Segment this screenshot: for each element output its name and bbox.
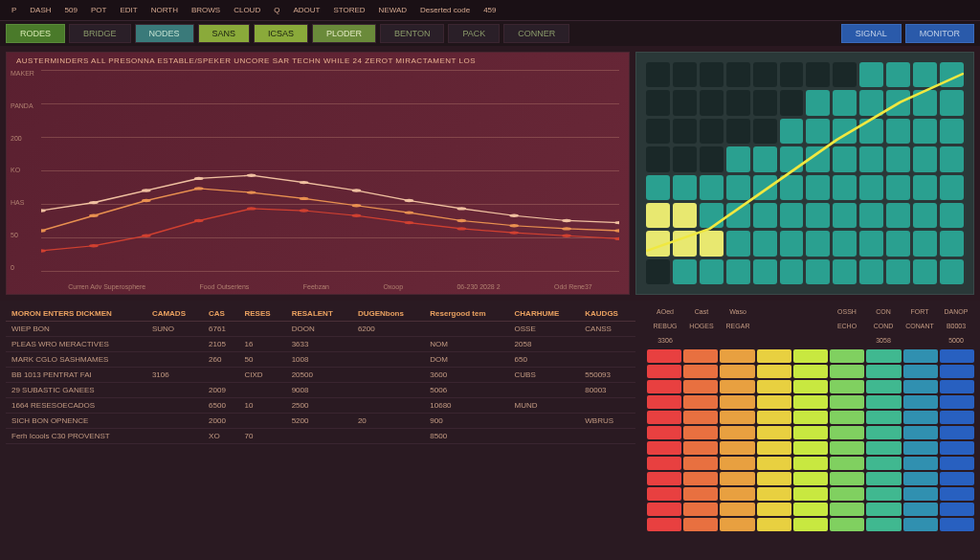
table-cell: CANSS [579,322,635,337]
top-item[interactable]: 509 [61,4,81,16]
matrix-cell [793,518,828,531]
tab-icsas[interactable]: ICSAS [254,24,308,43]
table-header[interactable]: CAMADS [146,306,203,322]
heatmap-cell [806,231,830,256]
table-header[interactable]: CHARHUME [509,306,580,322]
table-cell: 3600 [424,368,508,383]
heatmap-cell [780,119,804,144]
top-item[interactable]: DASH [26,4,55,16]
bottom-section: MORON ENTERS DICKMENCAMADSCASRESESRESALE… [0,301,980,560]
tab-monitor[interactable]: MONITOR [905,24,974,43]
matrix-header-cell [756,306,792,317]
table-cell: 3633 [286,337,352,352]
top-item[interactable]: Deserted code [416,4,474,16]
table-row[interactable]: MARK CGLO SASHMAMES260501008DOM650 [6,352,635,368]
table-cell [579,429,635,444]
y-tick: 0 [11,264,37,271]
matrix-cell [903,518,938,531]
matrix-cell [683,441,718,455]
matrix-subheader-cell: COND [865,321,902,331]
matrix-cell [940,365,974,378]
table-cell: MUND [509,398,580,414]
x-axis: Curren Adv SuperosphereFood OutseriensFe… [41,283,619,290]
matrix-cell [903,441,938,455]
matrix-cell [757,518,791,531]
table-header[interactable]: KAUDGS [579,306,635,322]
table-row[interactable]: WIEP BONSUNO6761DOON6200OSSECANSS [6,322,635,337]
table-row[interactable]: Ferh Icools C30 PROVENSTXO708500 [6,429,635,444]
table-cell: 1008 [286,352,352,368]
top-item[interactable]: P [8,4,20,16]
heatmap-cell [726,146,750,171]
heatmap-cell [913,146,937,171]
tab-ploder[interactable]: PLODER [312,24,376,43]
tab-bridge[interactable]: BRIDGE [69,24,131,43]
table-cell: BB 1013 PENTRAT FAI [6,368,146,383]
heatmap-cell [940,259,964,284]
table-header[interactable]: Resergood tem [424,306,508,322]
tab-nodes[interactable]: NODES [135,24,194,43]
x-tick: 06-230 2028 2 [457,283,500,290]
table-cell: NOM [424,337,508,352]
top-item[interactable]: ADOUT [289,4,323,16]
matrix-cell [903,411,938,424]
tab-pack[interactable]: PACK [448,24,500,43]
tab-signal[interactable]: SIGNAL [841,24,902,43]
matrix-cell [757,349,791,363]
top-item[interactable]: STORED [329,4,368,16]
matrix-cell [720,395,754,409]
heatmap-cell [833,175,857,200]
table-header[interactable]: DUGENbons [352,306,424,322]
table-header[interactable]: RESALENT [286,306,352,322]
heatmap-cell [913,119,937,144]
top-item[interactable]: BROWS [188,4,224,16]
table-header[interactable]: CAS [203,306,238,322]
table-cell: 10680 [424,398,508,414]
table-cell: 5200 [286,414,352,429]
heatmap-cell [940,90,964,115]
tab-sans[interactable]: SANS [198,24,251,43]
matrix-cell [647,395,681,409]
y-tick: PANDA [11,102,37,109]
top-item[interactable]: NORTH [147,4,182,16]
table-row[interactable]: 29 SUBASTIC GANEES20099008500680003 [6,383,635,398]
top-item[interactable]: POT [87,4,110,16]
matrix-cell [757,503,791,516]
matrix-subheader-cell [792,321,829,331]
top-item[interactable]: CLOUD [230,4,264,16]
tab-benton[interactable]: BENTON [380,24,444,43]
main-charts: AUSTERMINDERS ALL PRESONNA ESTABLE/SPEKE… [0,46,980,301]
table-header[interactable]: MORON ENTERS DICKMEN [6,306,146,322]
top-item[interactable]: NEWAD [375,4,411,16]
table-header[interactable]: RESES [239,306,286,322]
table-row[interactable]: SICH BON OPNENCE2000520020900WBRUS [6,414,635,429]
top-item[interactable]: EDIT [116,4,141,16]
top-item[interactable]: Q [270,4,283,16]
matrix-cell [830,426,864,439]
top-item[interactable]: 459 [479,4,500,16]
table-cell [352,352,424,368]
table-cell: 70 [239,429,286,444]
svg-point-19 [405,221,414,224]
matrix-cell [830,487,864,501]
svg-point-28 [247,174,256,177]
matrix-cell [757,487,791,501]
matrix-cell [757,426,791,439]
matrix-cell [793,411,828,424]
matrix-val-cell: 3306 [647,335,683,346]
tab-rodes[interactable]: RODES [6,24,65,43]
tab-conner[interactable]: CONNER [503,24,569,43]
table-cell: 10 [239,398,286,414]
heatmap-cell [753,259,777,284]
heatmap-cell [886,259,910,284]
table-row[interactable]: PLEAS WRO MERACTIVES2105163633NOM2058 [6,337,635,352]
matrix-header-cell: OSSH [829,306,865,317]
table-cell [146,337,203,352]
table-row[interactable]: 1664 RESESOECADOS650010250010680MUND [6,398,635,414]
heatmap-cell [780,175,804,200]
table-cell: 29 SUBASTIC GANEES [6,383,146,398]
svg-point-26 [142,189,151,191]
table-row[interactable]: BB 1013 PENTRAT FAI3106CIXD205003600CUBS… [6,368,635,383]
matrix-cell [903,503,938,516]
heatmap-cell [646,203,670,228]
